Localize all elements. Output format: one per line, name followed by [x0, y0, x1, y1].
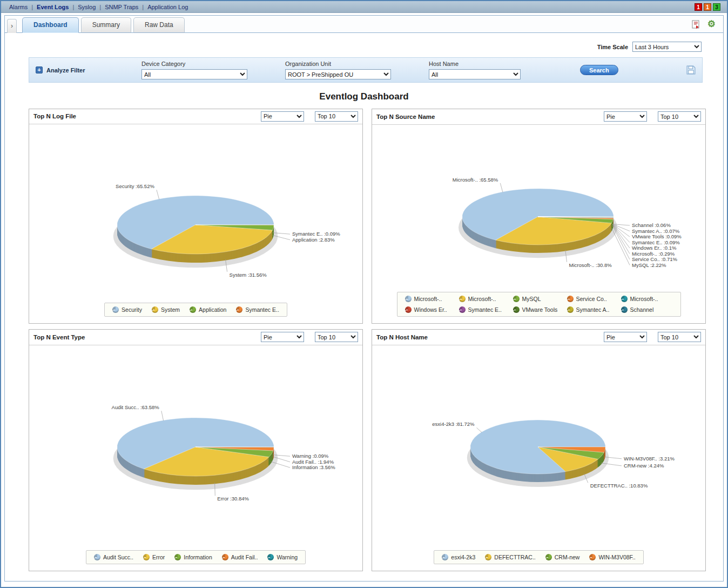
top-n-select[interactable]: Top 10: [315, 111, 358, 122]
legend-label: Windows Er..: [414, 306, 447, 313]
nav-item-syslog[interactable]: Syslog: [74, 4, 99, 10]
organization-unit-select[interactable]: ROOT > PreShipped OU: [285, 69, 391, 79]
slice-label: MySQL :2.22%: [632, 262, 666, 268]
host-name-field: Host Name All: [429, 61, 521, 79]
collapse-arrow-icon[interactable]: ›: [7, 19, 17, 33]
legend-label: Microsoft-..: [414, 296, 442, 302]
legend-item-win-m3v08f[interactable]: WIN-M3V08F..: [589, 554, 635, 560]
time-scale-select[interactable]: Last 3 Hours: [632, 42, 702, 52]
legend-item-vmware-tools[interactable]: VMware Tools: [513, 306, 565, 313]
host-name-select[interactable]: All: [429, 69, 521, 79]
expand-filter-icon[interactable]: +: [36, 66, 43, 74]
page-title: Eventlog Dashboard: [5, 91, 723, 102]
chart-type-select[interactable]: Pie: [604, 111, 647, 122]
chart-type-select[interactable]: Pie: [261, 111, 304, 122]
pie-chart-top-n-source-name: Microsoft-.. :65.58%Microsoft-.. :30.8%S…: [373, 125, 705, 286]
legend-wrap: Microsoft-..Microsoft-..MySQLService Co.…: [372, 292, 705, 317]
label-leader-line: [476, 427, 482, 432]
legend-item-audit-fail[interactable]: Audit Fail..: [222, 554, 258, 560]
legend-label: System: [161, 306, 180, 313]
legend-item-symantec-e[interactable]: Symantec E..: [459, 306, 511, 313]
legend-item-mysql[interactable]: MySQL: [513, 296, 565, 302]
pie-color-icon: [485, 554, 491, 560]
slice-label: Symantec E.. :0.09%: [632, 239, 680, 245]
search-button[interactable]: Search: [580, 65, 618, 75]
pie-color-icon: [94, 554, 100, 560]
tab-dashboard[interactable]: Dashboard: [22, 17, 79, 33]
legend-item-microsoft[interactable]: Microsoft-..: [621, 296, 673, 302]
label-leader-line: [612, 225, 629, 248]
legend-item-defecttrac[interactable]: DEFECTTRAC..: [485, 554, 535, 560]
panel-top-n-event-type: Top N Event TypePieTop 10Audit Succ.. :6…: [29, 329, 363, 571]
device-category-select[interactable]: All: [141, 69, 247, 79]
pie-color-icon: [442, 554, 448, 560]
pie-color-icon: [589, 554, 596, 560]
legend-item-symantec-a[interactable]: Symantec A..: [567, 306, 619, 313]
legend-label: WIN-M3V08F..: [598, 554, 635, 560]
legend-label: Symantec E..: [468, 306, 502, 313]
panel-header: Top N Source NamePieTop 10: [372, 109, 705, 125]
alarm-count-badge[interactable]: 1: [695, 3, 702, 11]
legend-label: Symantec E..: [245, 306, 279, 313]
pie-color-icon: [222, 554, 228, 560]
pie-color-icon: [405, 306, 412, 313]
slice-label: Information :3.56%: [292, 464, 335, 470]
nav-item-alarms[interactable]: Alarms: [5, 4, 31, 10]
panel-title: Top N Event Type: [33, 334, 85, 340]
legend-item-esxi4-2k3[interactable]: esxi4-2k3: [442, 554, 475, 560]
top-n-select[interactable]: Top 10: [658, 111, 701, 122]
legend-item-security[interactable]: Security: [112, 306, 142, 313]
panel-body: Microsoft-.. :65.58%Microsoft-.. :30.8%S…: [372, 125, 705, 323]
slice-label: Security :65.52%: [116, 183, 154, 189]
legend-label: VMware Tools: [522, 306, 558, 313]
legend-label: CRM-new: [555, 554, 580, 560]
legend-item-microsoft[interactable]: Microsoft-..: [405, 296, 457, 302]
slice-label: VMware Tools :0.09%: [632, 233, 682, 239]
legend-item-warning[interactable]: Warning: [267, 554, 298, 560]
tab-raw-data[interactable]: Raw Data: [133, 17, 185, 33]
chart-type-select[interactable]: Pie: [261, 332, 304, 342]
legend-label: DEFECTTRAC..: [494, 554, 535, 560]
top-nav-items: Alarms|Event Logs|Syslog|SNMP Traps|Appl…: [5, 4, 192, 10]
legend-item-schannel[interactable]: Schannel: [621, 306, 673, 313]
chart-type-select[interactable]: Pie: [604, 332, 647, 342]
pie-color-icon: [513, 296, 520, 302]
tab-summary[interactable]: Summary: [81, 17, 131, 33]
top-n-select[interactable]: Top 10: [315, 332, 358, 342]
legend-label: Warning: [277, 554, 298, 560]
legend-item-microsoft[interactable]: Microsoft-..: [459, 296, 511, 302]
panel-header-controls: PieTop 10: [261, 332, 358, 342]
nav-item-event-logs[interactable]: Event Logs: [33, 4, 72, 10]
slice-label: Service Co.. :0.71%: [632, 256, 678, 262]
alarm-count-badge[interactable]: 1: [704, 3, 711, 11]
legend-item-crm-new[interactable]: CRM-new: [545, 554, 580, 560]
label-leader-line: [612, 225, 630, 253]
legend-item-error[interactable]: Error: [143, 554, 165, 560]
export-report-icon[interactable]: [692, 20, 700, 29]
slice-label: Error :30.84%: [217, 496, 249, 502]
legend-item-information[interactable]: Information: [174, 554, 212, 560]
tabs: DashboardSummaryRaw Data: [22, 17, 187, 32]
panel-header-controls: PieTop 10: [261, 111, 358, 122]
slice-label: Microsoft-.. :0.29%: [632, 251, 675, 257]
legend-item-windows-er[interactable]: Windows Er..: [405, 306, 457, 313]
legend-label: Service Co..: [576, 296, 607, 302]
save-filter-icon[interactable]: [686, 65, 696, 75]
slice-label: CRM-new :4.24%: [624, 463, 664, 469]
legend-item-system[interactable]: System: [152, 306, 180, 313]
alarm-count-badge[interactable]: 3: [713, 3, 720, 11]
panel-title: Top N Source Name: [376, 113, 435, 120]
nav-item-snmp-traps[interactable]: SNMP Traps: [101, 4, 142, 10]
legend-item-audit-succ[interactable]: Audit Succ..: [94, 554, 133, 560]
panel-body: Security :65.52%System :31.56%Symantec E…: [29, 124, 362, 323]
top-n-select[interactable]: Top 10: [658, 332, 701, 342]
legend-item-service-co[interactable]: Service Co..: [567, 296, 619, 302]
nav-item-application-log[interactable]: Application Log: [144, 4, 192, 10]
legend-item-application[interactable]: Application: [190, 306, 226, 313]
panel-body: Audit Succ.. :63.58%Error :30.84%Warning…: [29, 345, 362, 571]
legend-wrap: esxi4-2k3DEFECTTRAC..CRM-newWIN-M3V08F..: [372, 550, 705, 564]
legend-item-symantec-e[interactable]: Symantec E..: [236, 306, 279, 313]
legend-label: Audit Fail..: [231, 554, 258, 560]
legend-label: esxi4-2k3: [451, 554, 475, 560]
pie-color-icon: [174, 554, 181, 560]
